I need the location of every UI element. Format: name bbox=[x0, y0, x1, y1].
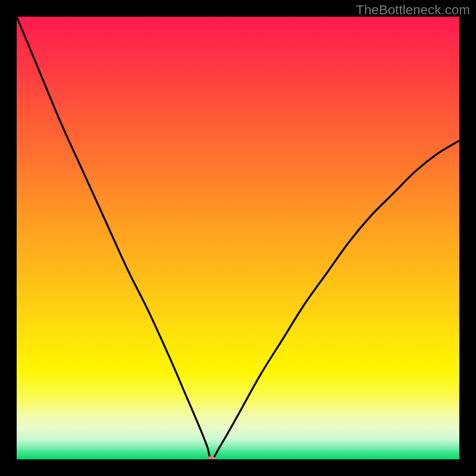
chart-container: TheBottleneck.com bbox=[0, 0, 476, 476]
watermark-text: TheBottleneck.com bbox=[356, 2, 470, 18]
bottleneck-curve bbox=[17, 17, 459, 459]
curve-layer bbox=[17, 17, 459, 459]
optimal-marker bbox=[206, 456, 216, 460]
plot-area bbox=[17, 17, 459, 459]
